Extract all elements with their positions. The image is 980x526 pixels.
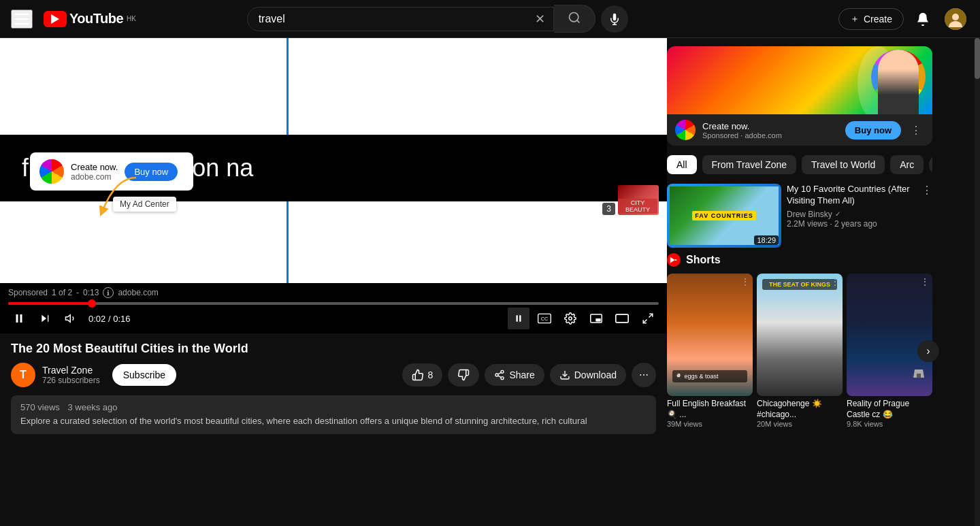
shorts-icon (667, 253, 681, 267)
volume-button[interactable] (60, 308, 82, 329)
more-actions-button[interactable]: ⋯ (632, 363, 656, 387)
shorts-title: Shorts (686, 254, 721, 266)
create-button[interactable]: ＋ Create (838, 8, 904, 30)
channel-avatar: T (11, 363, 35, 387)
channel-name: Travel Zone (42, 365, 100, 376)
ad-count: 1 of 2 (52, 288, 72, 297)
short-views-2: 20M views (757, 420, 843, 428)
next-button[interactable] (34, 308, 56, 329)
voice-search-button[interactable] (601, 5, 628, 33)
short-more-1[interactable]: ⋮ (740, 276, 750, 287)
ad-logo-icon (675, 120, 696, 140)
chip-from-travel-zone[interactable]: From Travel Zone (702, 155, 796, 174)
rec-thumbnail[interactable]: FAV COUNTRIES 18:29 (667, 184, 781, 248)
thumbs-up-icon (412, 369, 424, 381)
ad-tooltip-buy-button[interactable]: Buy now (125, 163, 178, 181)
subscribe-button[interactable]: Subscribe (112, 364, 176, 386)
recommended-video: FAV COUNTRIES 18:29 My 10 Favorite Count… (667, 184, 932, 248)
rec-channel: Drew Binsky ✓ (787, 210, 916, 219)
play-pause-button[interactable] (8, 308, 30, 329)
download-label: Download (574, 369, 617, 380)
video-area[interactable]: flora and fauna on na Create now. adobe.… (0, 38, 667, 283)
search-input-wrap: ✕ (247, 7, 554, 31)
ad-buy-button[interactable]: Buy now (845, 121, 901, 139)
filter-chips: All From Travel Zone Travel to World Arc… (667, 154, 932, 176)
search-input[interactable] (248, 7, 527, 31)
subtitles-button[interactable]: CC (534, 308, 555, 329)
left-panel: flora and fauna on na Create now. adobe.… (0, 38, 667, 526)
header-left: YouTubeHK (11, 10, 136, 29)
chip-scroll-right-button[interactable]: › (929, 154, 932, 176)
svg-point-0 (569, 13, 578, 22)
svg-marker-11 (66, 315, 71, 323)
shorts-nav-button[interactable]: › (917, 340, 939, 362)
settings-button[interactable] (559, 308, 581, 329)
search-bar: ✕ (247, 5, 628, 33)
right-panel: Create now. Sponsored · adobe.com Buy no… (667, 38, 941, 526)
logo[interactable]: YouTubeHK (44, 11, 136, 27)
ad-sponsored-label: Sponsored · adobe.com (702, 131, 838, 139)
short-image-1: 🍳 eggs & toast (667, 274, 753, 396)
hamburger-button[interactable] (11, 10, 33, 29)
video-meta-row: T Travel Zone 726 subscribers Subscribe … (11, 363, 656, 387)
svg-point-16 (569, 317, 572, 320)
ad-info-icon[interactable]: ℹ (103, 287, 114, 298)
short-title-1: Full English Breakfast 🍳 ... (667, 399, 753, 420)
user-avatar-button[interactable] (942, 5, 969, 33)
like-button[interactable]: 8 (402, 363, 443, 387)
ad-banner: Create now. Sponsored · adobe.com Buy no… (667, 46, 932, 146)
time-display: 0:02 / 0:16 (88, 314, 130, 324)
download-button[interactable]: Download (550, 364, 626, 386)
microphone-icon (608, 13, 621, 25)
rec-duration: 18:29 (754, 235, 779, 245)
youtube-logo-icon (44, 11, 67, 27)
rec-views: 2.2M views (787, 219, 828, 229)
rec-channel-name: Drew Binsky (787, 210, 832, 219)
time-ago: 3 weeks ago (67, 402, 117, 412)
svg-rect-28 (917, 374, 921, 378)
plus-icon: ＋ (850, 13, 860, 25)
short-title-2: Chicagohenge ☀️ #chicago... (757, 399, 843, 420)
controls-row: 0:02 / 0:16 CC (8, 308, 659, 329)
search-clear-button[interactable]: ✕ (527, 7, 553, 31)
notifications-button[interactable] (909, 5, 936, 33)
ad-skip-button[interactable] (508, 308, 529, 329)
progress-fill (8, 302, 93, 305)
short-thumb-2[interactable]: THE SEAT OF KINGS (757, 274, 843, 396)
video-title: The 20 Most Beautiful Cities in the Worl… (11, 342, 656, 356)
ad-pause-icon (514, 314, 523, 323)
chip-arc[interactable]: Arc (890, 155, 924, 174)
shorts-header: Shorts (667, 253, 932, 267)
rec-more-button[interactable]: ⋮ (921, 184, 932, 197)
progress-bar[interactable] (8, 302, 659, 305)
share-button[interactable]: Share (485, 364, 544, 386)
short-more-3[interactable]: ⋮ (920, 276, 930, 287)
dislike-button[interactable] (448, 363, 479, 387)
scrollbar-thumb[interactable] (975, 38, 980, 79)
main-content: flora and fauna on na Create now. adobe.… (0, 38, 980, 526)
svg-line-26 (498, 372, 502, 374)
miniplayer-button[interactable] (585, 308, 607, 329)
chip-all[interactable]: All (667, 155, 697, 174)
svg-point-23 (495, 374, 498, 376)
chip-travel-to-world[interactable]: Travel to World (802, 155, 885, 174)
cc-icon: CC (538, 313, 551, 324)
short-title-3: Reality of Prague Castle cz 😂 (847, 399, 932, 420)
verified-icon: ✓ (835, 210, 840, 218)
gear-icon (564, 312, 576, 325)
fullscreen-button[interactable] (637, 308, 659, 329)
ad-more-button[interactable]: ⋮ (908, 124, 924, 137)
ad-tooltip: Create now. adobe.com Buy now (30, 152, 193, 191)
short-more-2[interactable]: ⋮ (830, 276, 840, 287)
theater-mode-button[interactable] (611, 308, 633, 329)
castle-icon (911, 364, 927, 380)
scrollbar[interactable] (975, 38, 980, 526)
short-thumb-1[interactable]: 🍳 eggs & toast (667, 274, 753, 396)
video-stats: 570 views 3 weeks ago (20, 402, 647, 412)
short-thumb-3[interactable] (847, 274, 932, 396)
rec-title: My 10 Favorite Countries (After Visiting… (787, 184, 916, 207)
search-button[interactable] (554, 5, 595, 33)
thumb-count: 3 (602, 203, 615, 215)
ad-tooltip-company: Create now. (71, 162, 118, 172)
svg-point-5 (952, 14, 959, 20)
